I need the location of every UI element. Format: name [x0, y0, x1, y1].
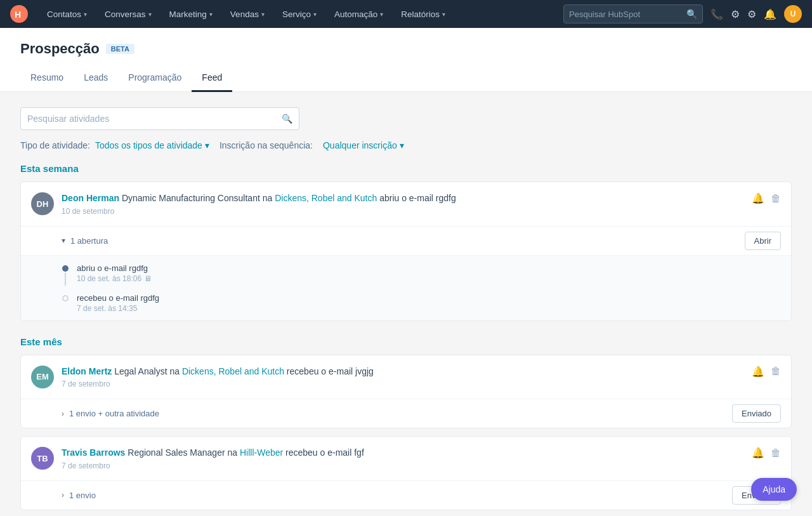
nav-vendas[interactable]: Vendas ▾ [221, 0, 273, 28]
contact-name-deon[interactable]: Deon Herman [62, 193, 119, 203]
nav-servico[interactable]: Serviço ▾ [273, 0, 325, 28]
open-button-deon[interactable]: Abrir [745, 232, 781, 250]
delete-icon[interactable]: 🗑 [771, 193, 781, 204]
expand-row-eldon: › 1 envio + outra atividade Enviado [21, 399, 791, 428]
expand-row-travis: › 1 envio Enviado [21, 480, 791, 510]
nav-conversas[interactable]: Conversas ▾ [96, 0, 160, 28]
card-actions-travis: 🔔 🗑 [752, 447, 781, 459]
chevron-down-icon: ▾ [148, 11, 152, 18]
card-date-travis: 7 de setembro [62, 461, 744, 470]
notifications-icon[interactable]: 🔔 [764, 8, 776, 20]
avatar-deon-herman: DH [31, 192, 54, 215]
tab-programacao[interactable]: Programação [118, 67, 192, 92]
beta-badge: BETA [106, 44, 134, 54]
filters-row: Tipo de atividade: Todos os tipos de ati… [20, 140, 792, 150]
avatar[interactable]: U [784, 5, 802, 23]
expand-row-deon: ▾ 1 abertura Abrir [21, 226, 791, 255]
page-header: Prospecção BETA Resumo Leads Programação… [0, 28, 812, 92]
card-info-deon: Deon Herman Dynamic Manufacturing Consul… [62, 192, 744, 216]
activity-search-bar[interactable]: 🔍 [20, 107, 299, 130]
chevron-down-icon: ▾ [205, 140, 209, 150]
timeline-item-1: abriu o e-mail rgdfg 10 de set. às 18:06… [62, 263, 781, 293]
expand-label-eldon: 1 envio + outra atividade [69, 409, 159, 418]
help-button[interactable]: Ajuda [751, 478, 797, 501]
company-name-deon[interactable]: Dickens, Robel and Kutch [275, 193, 377, 203]
card-main-eldon: EM Eldon Mertz Legal Analyst na Dickens,… [21, 355, 791, 399]
card-title-eldon: Eldon Mertz Legal Analyst na Dickens, Ro… [62, 366, 744, 378]
bell-icon[interactable]: 🔔 [752, 366, 764, 378]
timeline-item-2: recebeu o e-mail rgdfg 7 de set. às 14:3… [62, 293, 781, 313]
avatar-travis-barrows: TB [31, 447, 54, 470]
activity-search-input[interactable] [27, 114, 282, 124]
timeline-dot-area-2 [62, 295, 69, 301]
activity-search-icon[interactable]: 🔍 [282, 114, 292, 124]
chevron-down-icon: ▾ [442, 11, 445, 18]
search-icon: 🔍 [686, 9, 697, 19]
section-este-mes: Este mês EM Eldon Mertz Legal Analyst na… [20, 336, 792, 510]
filter-sequence-dropdown[interactable]: Qualquer inscrição ▾ [323, 140, 404, 150]
chevron-down-icon: ▾ [84, 11, 87, 18]
filter-activity-dropdown[interactable]: Todos os tipos de atividade ▾ [95, 140, 209, 150]
timeline-date-1: 10 de set. às 18:06 🖥 [77, 274, 152, 283]
timeline-dot-area [62, 265, 69, 286]
timeline-dot-empty [62, 295, 69, 301]
company-name-eldon[interactable]: Dickens, Robel and Kutch [182, 366, 284, 376]
timeline-line [65, 273, 66, 286]
tab-feed[interactable]: Feed [192, 67, 232, 92]
card-date-deon: 10 de setembro [62, 207, 744, 216]
bell-icon[interactable]: 🔔 [752, 447, 764, 459]
card-info-travis: Travis Barrows Regional Sales Manager na… [62, 447, 744, 470]
settings-icon[interactable]: ⚙ [747, 8, 756, 20]
main-content: 🔍 Tipo de atividade: Todos os tipos de a… [0, 92, 812, 516]
contact-name-eldon[interactable]: Eldon Mertz [62, 366, 112, 376]
tab-resumo[interactable]: Resumo [20, 67, 74, 92]
nav-contatos[interactable]: Contatos ▾ [38, 0, 96, 28]
hubspot-logo[interactable]: H [10, 5, 28, 23]
section-title-esta-semana: Esta semana [20, 163, 792, 174]
timeline-text-2: recebeu o e-mail rgdfg [77, 293, 159, 303]
card-date-eldon: 7 de setembro [62, 380, 744, 388]
activity-card-eldon-mertz: EM Eldon Mertz Legal Analyst na Dickens,… [20, 355, 792, 429]
expand-label-travis: 1 envio [69, 491, 96, 500]
nav-right: 🔍 📞 ⚙ ⚙ 🔔 U [563, 4, 802, 23]
expand-toggle-deon[interactable]: ▾ 1 abertura [62, 236, 108, 246]
timeline-content-2: recebeu o e-mail rgdfg 7 de set. às 14:3… [77, 293, 159, 313]
main-nav: Contatos ▾ Conversas ▾ Marketing ▾ Venda… [38, 0, 454, 28]
nav-marketing[interactable]: Marketing ▾ [160, 0, 221, 28]
card-main-travis: TB Travis Barrows Regional Sales Manager… [21, 437, 791, 480]
page-title: Prospecção [20, 41, 100, 57]
timeline-text-1: abriu o e-mail rgdfg [77, 263, 152, 273]
global-search[interactable]: 🔍 [563, 4, 703, 23]
page-title-row: Prospecção BETA [20, 41, 792, 57]
avatar-eldon-mertz: EM [31, 366, 54, 388]
company-name-travis[interactable]: Hilll-Weber [240, 447, 283, 458]
contact-name-travis[interactable]: Travis Barrows [62, 447, 125, 458]
chevron-down-icon: ▾ [209, 11, 213, 18]
chevron-right-icon: › [62, 491, 64, 499]
delete-icon[interactable]: 🗑 [771, 447, 781, 459]
activity-card-travis-barrows: TB Travis Barrows Regional Sales Manager… [20, 436, 792, 510]
sent-button-eldon[interactable]: Enviado [732, 404, 781, 423]
activity-card-deon-herman: DH Deon Herman Dynamic Manufacturing Con… [20, 182, 792, 321]
chevron-down-icon: ▾ [313, 11, 317, 18]
nav-automacao[interactable]: Automação ▾ [325, 0, 392, 28]
timeline-deon: abriu o e-mail rgdfg 10 de set. às 18:06… [21, 255, 791, 321]
global-search-input[interactable] [569, 10, 686, 19]
phone-icon[interactable]: 📞 [710, 8, 723, 20]
expand-toggle-travis[interactable]: › 1 envio [62, 491, 96, 500]
expand-toggle-eldon[interactable]: › 1 envio + outra atividade [62, 409, 159, 418]
monitor-icon: 🖥 [144, 274, 152, 283]
card-main-deon: DH Deon Herman Dynamic Manufacturing Con… [21, 182, 791, 226]
nav-left: H Contatos ▾ Conversas ▾ Marketing ▾ Ven… [10, 0, 454, 28]
page-tabs: Resumo Leads Programação Feed [20, 67, 792, 91]
section-esta-semana: Esta semana DH Deon Herman Dynamic Manuf… [20, 163, 792, 321]
svg-text:H: H [15, 10, 21, 20]
delete-icon[interactable]: 🗑 [771, 366, 781, 377]
marketplace-icon[interactable]: ⚙ [731, 8, 740, 20]
card-title-deon: Deon Herman Dynamic Manufacturing Consul… [62, 192, 744, 205]
top-navigation: H Contatos ▾ Conversas ▾ Marketing ▾ Ven… [0, 0, 812, 28]
nav-relatorios[interactable]: Relatórios ▾ [392, 0, 454, 28]
bell-icon[interactable]: 🔔 [752, 192, 764, 204]
tab-leads[interactable]: Leads [74, 67, 118, 92]
chevron-right-icon: › [62, 409, 64, 418]
